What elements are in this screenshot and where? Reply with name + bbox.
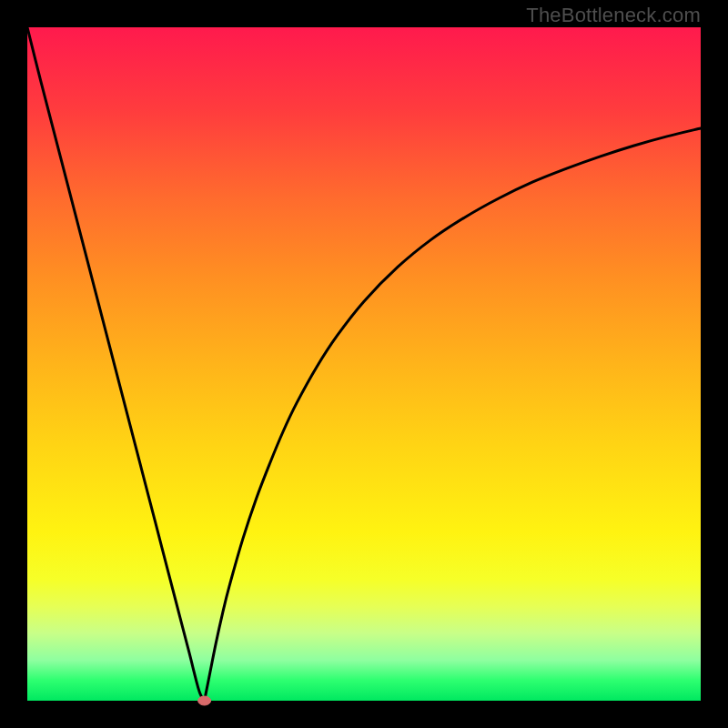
valley-marker-icon [198, 696, 211, 705]
watermark-text: TheBottleneck.com [526, 4, 701, 27]
plot-area [27, 27, 701, 701]
bottleneck-curve [27, 27, 701, 701]
